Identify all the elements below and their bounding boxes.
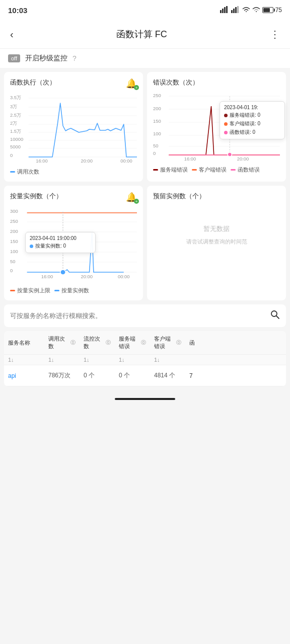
- legend-dot-server: [153, 169, 158, 171]
- wifi-icon-2: [252, 7, 260, 14]
- wifi-icon: [242, 7, 250, 14]
- bell-icon-executions[interactable]: 🔔+: [126, 78, 137, 89]
- sort-icon-flow[interactable]: ⓪: [106, 339, 111, 346]
- help-icon[interactable]: ?: [72, 54, 77, 62]
- svg-rect-0: [220, 10, 222, 13]
- svg-text:250: 250: [10, 219, 18, 224]
- unit-server: 1↓: [115, 357, 150, 363]
- svg-text:1.5万: 1.5万: [10, 129, 21, 134]
- legend-client-error: 客户端错误: [192, 166, 227, 174]
- svg-rect-5: [233, 9, 235, 13]
- svg-text:50: 50: [153, 143, 159, 148]
- svg-text:0: 0: [153, 151, 156, 156]
- svg-text:150: 150: [153, 119, 161, 124]
- svg-text:00:00: 00:00: [120, 158, 132, 164]
- table-header: 服务名称 调用次数 ⓪ 流控次数 ⓪ 服务端错误 ⓪ 客户端错误 ⓪ 函: [4, 331, 286, 355]
- svg-text:0: 0: [10, 268, 13, 273]
- svg-text:150: 150: [10, 239, 18, 244]
- svg-rect-2: [224, 7, 226, 13]
- errors-legend: 服务端错误 客户端错误 函数错误: [153, 166, 280, 174]
- legend-server-error: 服务端错误: [153, 166, 188, 174]
- row-invoke: 786万次: [44, 371, 80, 380]
- svg-text:20:00: 20:00: [81, 158, 93, 164]
- svg-text:50: 50: [10, 259, 16, 264]
- svg-point-40: [228, 152, 232, 156]
- legend-dot-limit: [10, 290, 15, 291]
- svg-rect-6: [235, 7, 237, 13]
- instances-legend: 按量实例上限 按量实例数: [10, 287, 137, 294]
- data-table: 服务名称 调用次数 ⓪ 流控次数 ⓪ 服务端错误 ⓪ 客户端错误 ⓪ 函 1↓ …: [4, 331, 286, 386]
- legend-instance-limit: 按量实例上限: [10, 287, 50, 294]
- svg-rect-4: [231, 10, 233, 13]
- col-header-extra: 函: [185, 335, 210, 350]
- reserved-chart-title: 预留实例数（个）: [153, 192, 280, 201]
- svg-text:250: 250: [153, 93, 161, 98]
- svg-rect-3: [226, 6, 228, 13]
- monitor-toggle[interactable]: off: [8, 54, 20, 62]
- executions-chart-title: 函数执行（次） 🔔+: [10, 78, 137, 89]
- errors-chart: 250 200 150 100 50 0: [153, 91, 280, 163]
- col-header-invoke: 调用次数 ⓪: [44, 335, 80, 350]
- signal-icon-2: [231, 6, 240, 15]
- svg-line-64: [276, 316, 279, 318]
- status-icons: 75: [220, 6, 282, 15]
- svg-text:10000: 10000: [10, 137, 23, 142]
- status-time: 10:03: [8, 6, 27, 15]
- executions-chart: 3.5万 3万 2.5万 2万 1.5万 10000 5000 0: [10, 93, 137, 165]
- svg-text:100: 100: [153, 131, 161, 136]
- row-server: 0 个: [115, 371, 150, 380]
- home-indicator: [115, 398, 175, 400]
- svg-text:200: 200: [153, 106, 161, 111]
- svg-rect-1: [222, 9, 224, 13]
- bell-add-icon: +: [134, 85, 139, 90]
- unit-client: 1↓: [150, 357, 185, 363]
- table-row: api 786万次 0 个 0 个 4814 个 7: [4, 365, 286, 386]
- col-header-name: 服务名称: [4, 335, 44, 350]
- unit-flow: 1↓: [80, 357, 115, 363]
- sort-icon-invoke[interactable]: ⓪: [70, 339, 76, 346]
- svg-text:2.5万: 2.5万: [10, 113, 21, 118]
- svg-text:5000: 5000: [10, 144, 21, 149]
- bell-add-icon-2: +: [134, 199, 139, 204]
- charts-grid: 函数执行（次） 🔔+ 3.5万 3万 2.5万 2万 1.5万 10000 50…: [0, 72, 290, 300]
- signal-icon: [220, 6, 229, 15]
- executions-chart-card: 函数执行（次） 🔔+ 3.5万 3万 2.5万 2万 1.5万 10000 50…: [4, 72, 143, 182]
- svg-text:20:00: 20:00: [81, 274, 93, 279]
- unit-name: 1↓: [4, 357, 44, 363]
- legend-func-error: 函数错误: [231, 166, 260, 174]
- col-header-flow: 流控次数 ⓪: [80, 335, 115, 350]
- more-button[interactable]: ⋮: [268, 26, 282, 42]
- svg-text:300: 300: [10, 209, 18, 214]
- no-data-message: 暂无数据 请尝试调整查询的时间范: [153, 205, 280, 265]
- bottom-bar: [0, 391, 290, 407]
- svg-text:3.5万: 3.5万: [10, 95, 21, 100]
- back-button[interactable]: ‹: [8, 27, 16, 42]
- errors-chart-card: 错误次数（次） 250 200 150 100 50 0: [147, 72, 286, 182]
- bell-icon-instances[interactable]: 🔔+: [126, 192, 137, 203]
- battery-icon: [262, 7, 273, 13]
- row-flow: 0 个: [80, 371, 115, 380]
- svg-text:16:00: 16:00: [184, 156, 196, 162]
- svg-text:200: 200: [10, 229, 18, 234]
- search-input[interactable]: [10, 312, 266, 319]
- sort-icon-server[interactable]: ⓪: [141, 339, 146, 346]
- legend-dot-client: [192, 169, 197, 171]
- svg-text:16:00: 16:00: [41, 274, 53, 279]
- row-service-name[interactable]: api: [4, 372, 44, 379]
- battery-percent: 75: [275, 7, 282, 14]
- svg-text:2万: 2万: [10, 121, 17, 126]
- sort-icon-client[interactable]: ⓪: [176, 339, 181, 346]
- search-icon[interactable]: [270, 309, 280, 322]
- legend-dot-func: [231, 169, 236, 171]
- monitor-label: 开启秒级监控: [25, 54, 67, 63]
- page-title: 函数计算 FC: [116, 28, 167, 40]
- instances-chart-title: 按量实例数（个） 🔔+: [10, 192, 137, 203]
- reserved-chart-card: 预留实例数（个） 暂无数据 请尝试调整查询的时间范: [147, 186, 286, 300]
- col-header-server: 服务端错误 ⓪: [115, 335, 150, 350]
- executions-legend: 调用次数: [10, 168, 137, 176]
- svg-point-59: [60, 270, 66, 275]
- instances-chart: 300 250 200 150 100 50 0: [10, 207, 137, 284]
- svg-point-63: [271, 311, 277, 316]
- svg-text:100: 100: [10, 249, 18, 254]
- svg-text:16:00: 16:00: [36, 158, 48, 164]
